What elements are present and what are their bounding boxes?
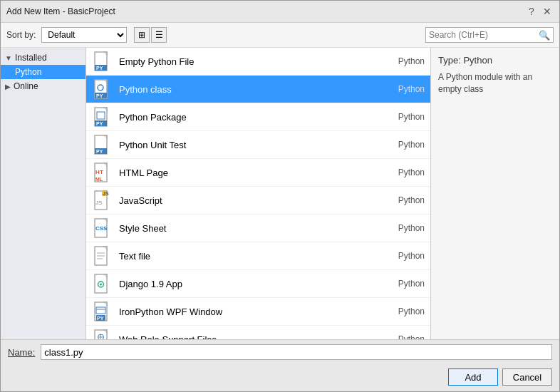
description-text: A Python module with an empty class <box>438 71 552 96</box>
item-list: PY Empty Python File Python <box>86 48 430 339</box>
right-panel: Type: Python A Python module with an emp… <box>431 48 559 339</box>
item-category: Python <box>385 56 425 66</box>
list-item[interactable]: PY Python Package Python <box>86 103 430 131</box>
svg-text:T: T <box>100 169 103 175</box>
item-name: Python class <box>119 84 378 95</box>
installed-arrow: ▼ <box>5 54 12 62</box>
add-button[interactable]: Add <box>448 368 498 386</box>
svg-text:PY: PY <box>97 316 104 321</box>
item-icon: PY <box>92 79 112 99</box>
cancel-button[interactable]: Cancel <box>502 368 552 386</box>
middle-panel: PY Empty Python File Python <box>86 48 431 339</box>
sort-label: Sort by: <box>6 30 36 40</box>
close-button[interactable]: ✕ <box>541 5 554 18</box>
list-item[interactable]: PY Python class Python <box>86 76 430 103</box>
online-arrow: ▶ <box>5 83 11 91</box>
installed-section-header[interactable]: ▼ Installed <box>1 51 85 65</box>
item-name: Web Role Support Files <box>119 334 378 340</box>
list-item[interactable]: PY Web Role Support Files Python <box>86 326 430 339</box>
item-icon: H T ML <box>92 163 112 182</box>
item-name: IronPython WPF Window <box>119 306 378 317</box>
svg-text:ML: ML <box>95 177 103 182</box>
name-row: Name: <box>1 339 559 364</box>
item-category: Python <box>385 334 425 339</box>
svg-text:PY: PY <box>96 66 103 71</box>
svg-text:PY: PY <box>96 93 103 98</box>
help-button[interactable]: ? <box>525 5 538 18</box>
search-input[interactable] <box>429 30 539 40</box>
item-category: Python <box>385 195 425 205</box>
svg-point-30 <box>100 284 102 286</box>
svg-text:JS: JS <box>103 191 109 196</box>
item-name: Text file <box>119 251 378 262</box>
item-icon <box>92 274 112 294</box>
left-panel: ▼ Installed Python ▶ Online <box>1 48 86 339</box>
item-category: Python <box>385 306 425 316</box>
item-icon: PY <box>92 135 112 155</box>
item-icon: PY <box>92 329 112 339</box>
list-item[interactable]: Django 1.9 App Python <box>86 270 430 298</box>
type-line: Type: Python <box>438 55 552 66</box>
list-item[interactable]: Text file Python <box>86 242 430 270</box>
view-icons: ⊞ ☰ <box>134 27 167 43</box>
item-icon: PY <box>92 301 112 321</box>
list-item[interactable]: PY Python Unit Test Python <box>86 131 430 159</box>
item-icon: JS JS <box>92 190 112 210</box>
item-name: Empty Python File <box>119 56 378 67</box>
list-item[interactable]: PY IronPython WPF Window Python <box>86 298 430 326</box>
sort-select[interactable]: Default Name Type <box>41 27 127 43</box>
list-item[interactable]: PY Empty Python File Python <box>86 48 430 76</box>
item-category: Python <box>385 279 425 289</box>
svg-text:PY: PY <box>96 121 103 126</box>
search-icon[interactable]: 🔍 <box>539 30 550 41</box>
installed-label: Installed <box>15 53 47 63</box>
svg-text:PY: PY <box>96 149 103 154</box>
button-row: Add Cancel <box>1 364 559 391</box>
type-value: Python <box>463 55 492 66</box>
svg-text:CSS: CSS <box>95 225 108 232</box>
online-section-header[interactable]: ▶ Online <box>1 79 85 93</box>
type-label: Type: <box>438 55 461 66</box>
name-input[interactable] <box>41 344 552 360</box>
item-name: Django 1.9 App <box>119 279 378 289</box>
content-area: ▼ Installed Python ▶ Online <box>1 48 559 339</box>
item-category: Python <box>385 140 425 150</box>
item-name: Python Unit Test <box>119 140 378 150</box>
item-icon <box>92 246 112 266</box>
name-label: Name: <box>8 347 35 358</box>
item-category: Python <box>385 251 425 261</box>
toolbar-row: Sort by: Default Name Type ⊞ ☰ 🔍 <box>1 23 559 48</box>
item-name: HTML Page <box>119 167 378 178</box>
svg-text:JS: JS <box>95 200 102 206</box>
item-name: Style Sheet <box>119 223 378 234</box>
dialog-body: Sort by: Default Name Type ⊞ ☰ 🔍 ▼ Insta… <box>1 23 559 391</box>
item-name: JavaScript <box>119 195 378 206</box>
item-category: Python <box>385 223 425 233</box>
list-item[interactable]: CSS Style Sheet Python <box>86 215 430 242</box>
item-icon: PY <box>92 107 112 127</box>
item-category: Python <box>385 84 425 94</box>
list-view-button[interactable]: ☰ <box>151 27 167 43</box>
dialog-title: Add New Item - BasicProject <box>6 6 115 16</box>
grid-view-button[interactable]: ⊞ <box>134 27 150 43</box>
item-icon: CSS <box>92 218 112 238</box>
list-item[interactable]: JS JS JavaScript Python <box>86 187 430 215</box>
add-new-item-dialog: Add New Item - BasicProject ? ✕ Sort by:… <box>0 0 560 392</box>
item-icon: PY <box>92 51 112 71</box>
online-label: Online <box>14 81 38 91</box>
item-category: Python <box>385 167 425 177</box>
titlebar: Add New Item - BasicProject ? ✕ <box>1 1 559 23</box>
search-box: 🔍 <box>425 27 554 43</box>
titlebar-controls: ? ✕ <box>525 5 554 18</box>
python-tree-item[interactable]: Python <box>1 65 85 79</box>
item-category: Python <box>385 112 425 122</box>
list-item[interactable]: H T ML HTML Page Python <box>86 159 430 187</box>
item-name: Python Package <box>119 112 378 123</box>
